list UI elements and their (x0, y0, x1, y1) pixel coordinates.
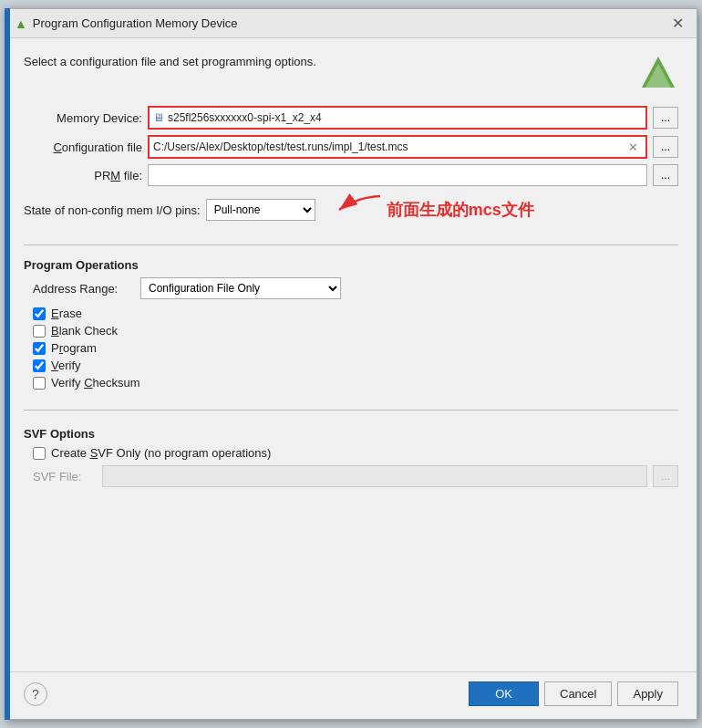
dialog-footer: ? OK Cancel Apply (5, 671, 697, 719)
verify-checkbox[interactable] (33, 359, 46, 372)
config-file-label: Configuration file (24, 140, 142, 154)
memory-device-icon: 🖥 (153, 111, 164, 124)
header-description: Select a configuration file and set prog… (24, 55, 316, 68)
program-checkbox[interactable] (33, 342, 46, 355)
state-label: State of non-config mem I/O pins: (24, 203, 201, 217)
dialog-body: Select a configuration file and set prog… (5, 38, 697, 671)
section-divider-2 (24, 410, 678, 411)
dialog-title: Program Configuration Memory Device (33, 16, 238, 30)
apply-button[interactable]: Apply (617, 681, 678, 706)
checkbox-blank-check: Blank Check (33, 324, 678, 338)
app-icon: ▲ (15, 16, 27, 31)
state-dropdown[interactable]: Pull-none Pull-up Pull-down Float (206, 199, 315, 221)
program-ops-section: Program Operations Address Range: Config… (24, 258, 678, 393)
address-range-dropdown[interactable]: Configuration File Only Full Range (140, 277, 341, 299)
config-file-clear[interactable]: ✕ (624, 138, 642, 156)
memory-device-row: Memory Device: 🖥 s25fl256sxxxxxx0-spi-x1… (24, 106, 678, 130)
create-svf-checkbox[interactable] (33, 447, 46, 460)
config-file-value: C:/Users/Alex/Desktop/test/test.runs/imp… (153, 140, 624, 153)
program-label: Program (51, 341, 97, 355)
config-file-browse[interactable]: ... (653, 136, 678, 158)
blank-check-label: Blank Check (51, 324, 118, 338)
address-range-row: Address Range: Configuration File Only F… (33, 277, 678, 299)
prm-file-browse[interactable]: ... (653, 164, 678, 186)
memory-device-label: Memory Device: (24, 111, 142, 125)
vivado-logo (638, 53, 678, 93)
create-svf-label: Create SVF Only (no program operations) (51, 446, 271, 460)
prm-file-input[interactable] (148, 164, 647, 186)
red-arrow (330, 192, 385, 228)
annotation-text: 前面生成的mcs文件 (387, 199, 534, 221)
memory-device-browse[interactable]: ... (653, 107, 678, 129)
blank-check-checkbox[interactable] (33, 325, 46, 338)
address-range-label: Address Range: (33, 282, 133, 296)
create-svf-row: Create SVF Only (no program operations) (33, 446, 678, 460)
section-divider-1 (24, 244, 678, 245)
state-row: State of non-config mem I/O pins: Pull-n… (24, 192, 678, 228)
svf-options-section: SVF Options Create SVF Only (no program … (24, 427, 678, 487)
verify-checksum-checkbox[interactable] (33, 377, 46, 390)
prm-file-label: PRM file: (24, 169, 142, 182)
checkbox-verify-checksum: Verify Checksum (33, 376, 678, 390)
verify-label: Verify (51, 359, 81, 372)
ok-button[interactable]: OK (469, 681, 539, 706)
svf-browse-button: ... (653, 465, 678, 487)
svf-file-input (102, 465, 647, 487)
memory-device-value: s25fl256sxxxxxx0-spi-x1_x2_x4 (168, 111, 322, 124)
cancel-button[interactable]: Cancel (544, 681, 612, 706)
verify-checksum-label: Verify Checksum (51, 376, 140, 390)
help-button[interactable]: ? (24, 682, 47, 706)
svf-options-body: Create SVF Only (no program operations) … (24, 446, 678, 487)
config-file-row: Configuration file C:/Users/Alex/Desktop… (24, 135, 678, 159)
header-row: Select a configuration file and set prog… (24, 53, 678, 93)
svf-file-row: SVF File: ... (33, 465, 678, 487)
form-section: Memory Device: 🖥 s25fl256sxxxxxx0-spi-x1… (24, 106, 678, 228)
footer-buttons: OK Cancel Apply (469, 681, 678, 706)
svf-options-title: SVF Options (24, 427, 678, 441)
title-bar: ▲ Program Configuration Memory Device ✕ (5, 9, 697, 38)
checkbox-program: Program (33, 341, 678, 355)
prm-file-row: PRM file: ... (24, 164, 678, 186)
program-ops-title: Program Operations (24, 258, 678, 272)
checkbox-verify: Verify (33, 359, 678, 372)
erase-checkbox[interactable] (33, 307, 46, 320)
svf-file-label: SVF File: (33, 470, 97, 484)
checkbox-erase: Erase (33, 307, 678, 320)
program-ops-body: Address Range: Configuration File Only F… (24, 277, 678, 390)
erase-label: Erase (51, 307, 82, 320)
close-button[interactable]: ✕ (668, 15, 687, 32)
